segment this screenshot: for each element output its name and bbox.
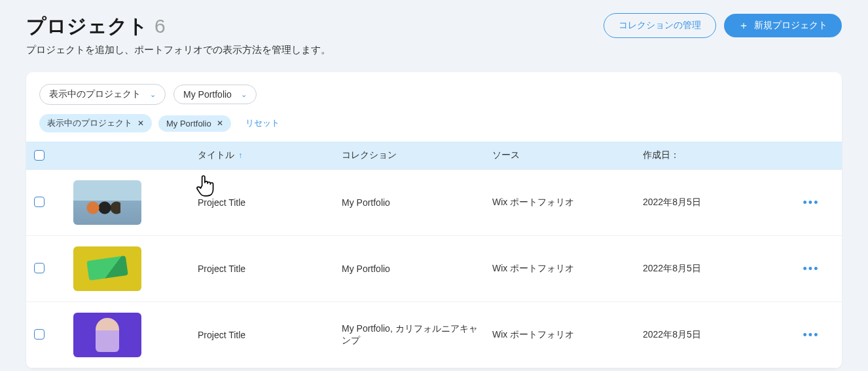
chevron-down-icon: ⌄ [241, 90, 247, 99]
cell-created: 2022年8月5日 [643, 329, 788, 341]
column-source[interactable]: ソース [492, 149, 643, 161]
collection-filter-dropdown[interactable]: My Portfolio ⌄ [173, 85, 257, 104]
project-count: 6 [154, 15, 166, 37]
row-checkbox[interactable] [34, 263, 45, 273]
cell-collection: My Portfolio [342, 197, 492, 208]
project-thumbnail[interactable] [73, 246, 141, 291]
filter-chip-status-label: 表示中のプロジェクト [47, 117, 132, 129]
filter-chip-collection-label: My Portfolio [166, 119, 211, 128]
projects-panel: 表示中のプロジェクト ⌄ My Portfolio ⌄ 表示中のプロジェクト ✕… [26, 72, 842, 368]
filter-chip-collection[interactable]: My Portfolio ✕ [158, 115, 231, 132]
chevron-down-icon: ⌄ [150, 90, 156, 99]
table-row[interactable]: Project Title My Portfolio Wix ポートフォリオ 2… [26, 170, 842, 236]
column-collection[interactable]: コレクション [342, 149, 492, 161]
status-filter-dropdown[interactable]: 表示中のプロジェクト ⌄ [39, 84, 166, 105]
collection-filter-label: My Portfolio [183, 89, 232, 100]
page-subtitle: プロジェクトを追加し、ポートフォリオでの表示方法を管理します。 [26, 44, 331, 56]
column-title[interactable]: タイトル ↑ [198, 149, 342, 161]
new-project-label: 新規プロジェクト [754, 20, 827, 31]
column-title-label: タイトル [198, 149, 234, 161]
plus-icon: ＋ [738, 20, 749, 31]
cell-title: Project Title [198, 330, 342, 340]
reset-filters-link[interactable]: リセット [245, 117, 280, 129]
column-source-label: ソース [492, 149, 520, 161]
project-thumbnail[interactable] [73, 313, 141, 357]
status-filter-label: 表示中のプロジェクト [49, 88, 141, 100]
cell-collection: My Portfolio, カリフォルニアキャンプ [342, 323, 492, 347]
cell-created: 2022年8月5日 [643, 263, 788, 275]
manage-collections-button[interactable]: コレクションの管理 [604, 13, 716, 38]
column-created[interactable]: 作成日： [643, 149, 788, 161]
row-actions-menu[interactable]: ••• [788, 262, 834, 276]
sort-ascending-icon: ↑ [238, 151, 242, 160]
project-thumbnail[interactable] [73, 180, 141, 225]
column-created-label: 作成日： [643, 149, 679, 161]
table-header: タイトル ↑ コレクション ソース 作成日： [26, 142, 842, 170]
close-icon[interactable]: ✕ [137, 119, 144, 128]
row-actions-menu[interactable]: ••• [788, 328, 834, 342]
row-checkbox[interactable] [34, 329, 45, 340]
select-all-checkbox[interactable] [34, 150, 45, 161]
close-icon[interactable]: ✕ [217, 119, 223, 128]
cell-source: Wix ポートフォリオ [492, 263, 643, 275]
cell-title: Project Title [198, 264, 342, 274]
manage-collections-label: コレクションの管理 [619, 20, 701, 31]
column-collection-label: コレクション [342, 149, 397, 161]
cell-source: Wix ポートフォリオ [492, 197, 643, 208]
page-title: プロジェクト [26, 13, 148, 40]
projects-table: タイトル ↑ コレクション ソース 作成日： Project T [26, 142, 842, 368]
cell-title: Project Title [198, 197, 342, 208]
filter-chip-status[interactable]: 表示中のプロジェクト ✕ [39, 114, 152, 132]
row-checkbox[interactable] [34, 197, 45, 207]
new-project-button[interactable]: ＋ 新規プロジェクト [724, 14, 842, 37]
table-row[interactable]: Project Title My Portfolio, カリフォルニアキャンプ … [26, 302, 842, 368]
row-actions-menu[interactable]: ••• [788, 196, 834, 210]
cell-collection: My Portfolio [342, 264, 492, 274]
table-row[interactable]: Project Title My Portfolio Wix ポートフォリオ 2… [26, 236, 842, 302]
cell-created: 2022年8月5日 [643, 197, 788, 208]
cell-source: Wix ポートフォリオ [492, 329, 643, 341]
